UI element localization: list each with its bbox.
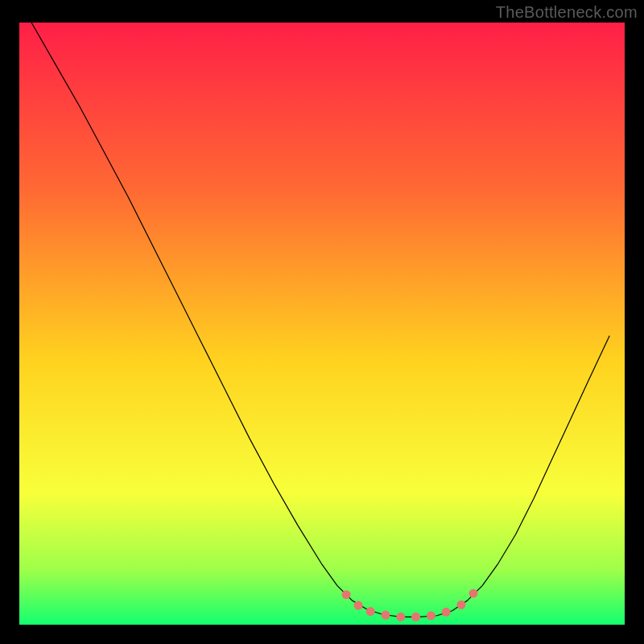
highlight-dot: [469, 589, 478, 598]
chart-frame: [19, 23, 625, 625]
highlight-dot: [427, 611, 436, 620]
highlight-dot: [354, 601, 363, 610]
watermark-text: TheBottleneck.com: [496, 3, 638, 22]
highlight-dot: [366, 607, 375, 616]
highlight-dot: [411, 613, 420, 621]
highlight-dot: [442, 608, 451, 617]
chart-plot: [19, 23, 625, 625]
highlight-dot: [381, 611, 390, 620]
highlight-dot: [342, 590, 351, 599]
highlight-dot: [456, 601, 465, 609]
curve-line: [31, 23, 609, 617]
highlight-dot: [396, 613, 405, 621]
